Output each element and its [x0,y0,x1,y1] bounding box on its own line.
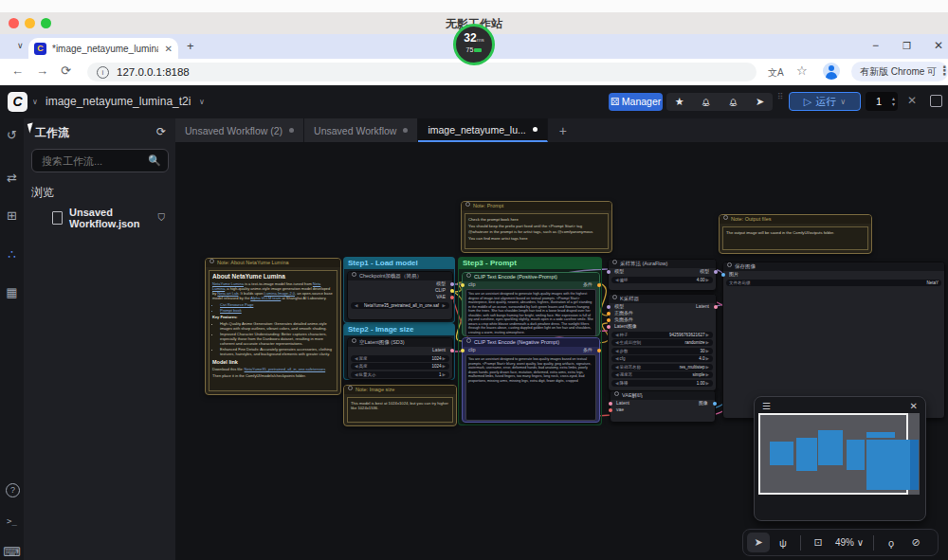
workflow-name[interactable]: image_netayume_lumina_t2i [46,95,191,108]
queue-icon[interactable]: ↺ [0,128,24,142]
bookmark-icon[interactable]: ⛉ [158,212,166,224]
output-slot[interactable]: 模型 [348,280,452,287]
window-minimize-icon[interactable]: − [872,39,879,52]
number-widget[interactable]: ◀批量大小1▶ [351,371,449,378]
search-input[interactable] [40,154,148,168]
ckpt-name-combo[interactable]: ◀NetaYume35_pretrained_all_in_one.saf▶ [351,302,449,309]
workflows-icon[interactable]: ∴ [0,247,24,262]
share-icon[interactable]: ➤ [756,96,764,108]
vae-decode-node[interactable]: VAE解码 Latent图像 vae [610,390,716,423]
sync-icon[interactable]: ⇄ [0,171,24,185]
profile-avatar[interactable] [823,63,840,80]
lightbulb-icon[interactable]: ϙ [880,533,902,552]
minimap-close-icon[interactable]: ✕ [910,401,918,411]
conditioning-output[interactable]: 条件 [583,347,592,353]
note-prompt-node[interactable]: Note: Prompt Check the prompt book hereY… [461,201,612,253]
tab-close-icon[interactable]: ✕ [165,44,173,54]
number-widget[interactable]: ◀偏移4.00▶ [611,277,713,283]
note-size-node[interactable]: Note: Image size This model is best at 1… [343,385,457,426]
ksampler-widget[interactable]: ◀生成后控制randomize▶ [611,339,713,346]
ksampler-widget[interactable]: ◀cfg4.0▶ [611,355,713,362]
minimap-canvas[interactable] [758,413,920,495]
node-library-icon[interactable]: ⊞ [0,208,24,223]
window-close-icon[interactable]: ✕ [934,39,943,52]
select-tool-icon[interactable]: ➤ [747,533,770,552]
workflow-file-item[interactable]: Unsaved Workflow.json ⛉ [31,202,169,234]
input-slot[interactable]: Latent图像 [611,400,715,406]
url-bar[interactable]: i 127.0.0.1:8188 [87,63,757,81]
clip-input[interactable]: clip [468,281,476,287]
ksampler-widget[interactable]: ◀采样器名称res_multistep▶ [611,364,713,370]
negative-prompt-textarea[interactable]: You are an assistant designed to generat… [465,354,596,421]
group-step2-title[interactable]: Step2 - Image size [343,323,455,335]
model-input[interactable]: 模型 [614,268,624,274]
unsaved-dot-icon[interactable] [533,127,538,132]
unsaved-dot-icon[interactable] [289,128,294,133]
output-slot[interactable]: CLIP [348,287,452,294]
bookmark-star-icon[interactable]: ☆ [796,63,808,78]
reload-icon[interactable]: ⟳ [61,63,71,78]
batch-count-stepper[interactable]: 1 ▴▾ [866,92,898,111]
logo-chevron-icon[interactable]: ∨ [32,98,38,106]
panel-toggle-icon[interactable] [930,95,942,107]
translate-icon[interactable]: 文A [768,66,784,80]
workflow-tab[interactable]: Unsaved Workflow (2) [175,118,304,142]
run-button[interactable]: ▷ 运行 ∨ [789,92,861,111]
keyboard-icon[interactable]: ⌨ [0,545,24,559]
templates-icon[interactable]: ▦ [0,285,24,299]
notification-off-icon[interactable]: 🕭 [701,97,711,108]
forward-icon[interactable]: → [36,63,48,78]
chrome-menu-icon[interactable]: ⋮ [939,63,948,78]
ksampler-widget[interactable]: ◀降噪1.00▶ [611,380,713,387]
latency-badge[interactable]: 32ms 75 [453,24,495,65]
interrupt-icon[interactable]: ✕ [907,94,917,107]
unsaved-dot-icon[interactable] [403,128,408,133]
ksampler-node[interactable]: K采样器 Latent 模型正面条件负面条件Latent图像 ◀种子942596… [608,294,717,391]
output-slot[interactable]: Latent [348,347,452,353]
pan-hand-icon[interactable]: ψ [772,533,794,552]
input-slot[interactable]: Latent图像 [609,323,716,330]
filename-prefix-widget[interactable]: 文件名前缀NetaY [726,280,941,286]
window-restore-icon[interactable]: ❐ [902,41,911,51]
comfy-logo[interactable]: C [8,92,27,112]
zoom-level-button[interactable]: 49% ∨ [831,537,867,548]
input-slot[interactable]: 正面条件 [609,310,716,316]
conditioning-output[interactable]: 条件 [583,281,592,288]
terminal-icon[interactable]: >_ [0,516,24,526]
workflow-tab[interactable]: Unsaved Workflow [304,118,418,142]
output-slot[interactable]: VAE [348,294,452,300]
clip-input[interactable]: clip [468,347,476,352]
clip-positive-node[interactable]: CLIP Text Encode (Positive-Prompt) clip条… [462,272,600,336]
image-output[interactable]: 图像 [699,400,708,406]
help-icon[interactable]: ? [6,483,20,497]
clip-negative-node[interactable]: CLIP Text Encode (Negative Prompt) clip条… [462,337,600,423]
input-slot[interactable]: 模型 [609,303,716,310]
workflow-search[interactable]: 🔍 [31,149,169,172]
model-output[interactable]: 模型 [700,268,709,275]
browser-tab[interactable]: C *image_netayume_lumina_t2 ✕ [28,38,178,59]
star-icon[interactable]: ★ [675,96,684,108]
site-info-icon[interactable]: i [97,66,109,79]
model-sampling-node[interactable]: 采样算法 (AuraFlow) 模型模型 ◀偏移4.00▶ [608,259,717,291]
refresh-icon[interactable]: ⟳ [156,125,166,138]
input-slot[interactable]: vae [611,406,715,413]
input-slot[interactable]: 图片 [723,271,944,278]
input-slot[interactable]: 负面条件 [609,316,716,323]
tab-search-chevron-icon[interactable]: ∨ [17,41,24,50]
minimap-settings-icon[interactable]: ☰ [762,401,771,411]
chrome-update-button[interactable]: 有新版 Chrome 可用 [851,62,948,81]
ksampler-widget[interactable]: ◀步数30▶ [611,348,713,354]
ksampler-widget[interactable]: ◀调度器simple▶ [611,371,713,378]
back-icon[interactable]: ← [11,63,24,78]
positive-prompt-textarea[interactable]: You are an assistant designed to generat… [465,289,596,336]
note-about-node[interactable]: Note: About NetaYume Lumina About NetaYu… [205,258,341,395]
group-step1-title[interactable]: Step1 - Load model [343,257,455,269]
empty-latent-node[interactable]: 空Latent图像 (SD3) Latent ◀宽度1024▶◀高度1024▶◀… [347,337,453,380]
workflow-name-chevron-icon[interactable]: ∨ [199,98,205,106]
toggle-links-icon[interactable]: ⊘ [904,533,927,552]
note-output-node[interactable]: Note: Output files The output image will… [719,214,872,254]
new-workflow-tab-button[interactable]: + [548,118,578,142]
ksampler-widget[interactable]: ◀种子942596763621627▶ [611,332,713,338]
new-tab-button[interactable]: + [187,39,194,53]
drag-handle-icon[interactable]: ⠿ [777,95,784,99]
